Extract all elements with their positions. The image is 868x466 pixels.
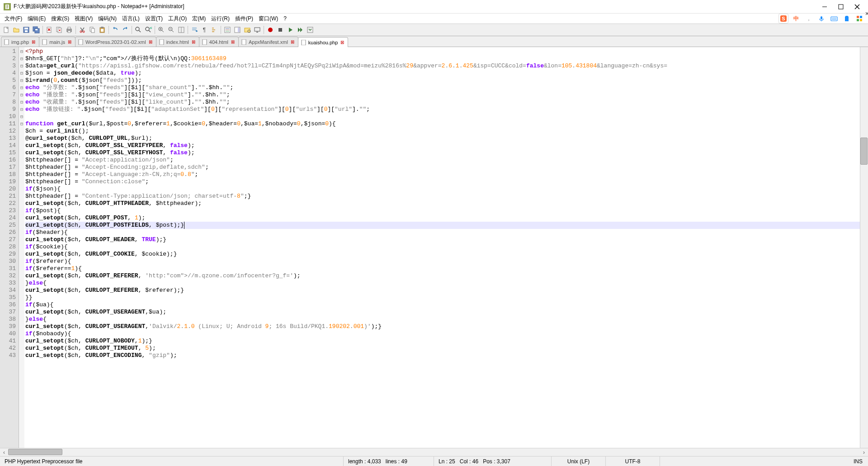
ime-punct-icon[interactable]: ，: [804, 14, 814, 24]
menu-run[interactable]: 运行(R): [208, 14, 232, 24]
tab-close-icon[interactable]: ⊠: [191, 39, 196, 45]
menu-help[interactable]: ?: [281, 14, 289, 23]
sync-vert-icon[interactable]: [177, 25, 186, 34]
menu-macro[interactable]: 宏(M): [189, 14, 208, 24]
play-macro-icon[interactable]: [286, 25, 295, 34]
app-icon: [4, 3, 11, 10]
tab-close-icon[interactable]: ⊠: [31, 39, 36, 45]
svg-rect-75: [79, 39, 83, 45]
tab-close-icon[interactable]: ⊠: [230, 39, 236, 45]
close-button[interactable]: [854, 3, 861, 10]
tab-index-html[interactable]: index.html⊠: [156, 37, 199, 47]
ime-toolbar: S 中 ，: [778, 14, 864, 24]
scrollbar-thumb[interactable]: [860, 138, 868, 165]
word-wrap-icon[interactable]: [190, 25, 199, 34]
menu-view[interactable]: 视图(V): [72, 14, 95, 24]
file-icon: [78, 39, 84, 45]
zoom-in-icon[interactable]: [157, 25, 166, 34]
tab-404-html[interactable]: 404.html⊠: [199, 37, 239, 47]
playback-multi-icon[interactable]: [296, 25, 305, 34]
tab-appxmanifest-xml[interactable]: AppxManifest.xml⊠: [238, 37, 298, 47]
redo-icon[interactable]: [121, 25, 130, 34]
svg-text:¶: ¶: [203, 27, 206, 33]
menu-language[interactable]: 语言(L): [119, 14, 142, 24]
menubar: 文件(F) 编辑(E) 搜索(S) 视图(V) 编码(N) 语言(L) 设置(T…: [0, 14, 868, 24]
doc-map-icon[interactable]: [233, 25, 242, 34]
undo-icon[interactable]: [111, 25, 120, 34]
file-icon: [42, 39, 47, 45]
tab-close-icon[interactable]: ⊠: [148, 39, 153, 45]
sogou-icon[interactable]: S: [778, 14, 788, 24]
new-file-icon[interactable]: [2, 25, 11, 34]
find-icon[interactable]: [134, 25, 143, 34]
scrollbar-thumb[interactable]: [8, 449, 62, 455]
maximize-button[interactable]: [837, 3, 844, 10]
zoom-out-icon[interactable]: [167, 25, 176, 34]
svg-rect-76: [160, 39, 164, 45]
tab-kuaishou-php[interactable]: kuaishou.php⊠: [298, 37, 348, 47]
fold-column[interactable]: ⊟⊟⊟⊟⊟⊟⊟⊟⊟⊟⊟: [19, 47, 24, 448]
window-title: F:\大鹏源码网\2023最新快手\kuaishou.php - Notepad…: [14, 3, 821, 10]
tab-img-php[interactable]: img.php⊠: [1, 37, 39, 47]
ime-keyboard-icon[interactable]: [829, 14, 839, 24]
menu-search[interactable]: 搜索(S): [48, 14, 72, 24]
code-area[interactable]: <?php$hh=$_GET["hh"]?:"\n";"com">//换行符号(…: [24, 47, 860, 448]
print-icon[interactable]: [65, 25, 74, 34]
stop-macro-icon[interactable]: [276, 25, 285, 34]
svg-rect-13: [860, 16, 862, 18]
cut-icon[interactable]: [78, 25, 87, 34]
toolbar: ab ¶: [0, 24, 868, 36]
replace-icon[interactable]: ab: [144, 25, 153, 34]
tab-close-icon[interactable]: ⊠: [340, 40, 345, 45]
save-icon[interactable]: [22, 25, 31, 34]
tab-main-js[interactable]: main.js⊠: [39, 37, 75, 47]
paste-icon[interactable]: [98, 25, 107, 34]
status-eol[interactable]: Unix (LF): [552, 456, 606, 466]
menubar-close-icon[interactable]: ×: [865, 10, 868, 17]
menu-tools[interactable]: 工具(O): [165, 14, 189, 24]
svg-rect-71: [278, 28, 282, 32]
copy-icon[interactable]: [88, 25, 97, 34]
tab-wordpress-xml[interactable]: WordPress.2023-01-02.xml⊠: [75, 37, 156, 47]
record-macro-icon[interactable]: [266, 25, 275, 34]
status-insert-mode[interactable]: INS: [660, 456, 868, 466]
tab-close-icon[interactable]: ⊠: [290, 39, 295, 45]
minimize-button[interactable]: [821, 3, 828, 10]
menu-encoding[interactable]: 编码(N): [95, 14, 119, 24]
ime-grid-icon[interactable]: [854, 14, 864, 24]
scroll-left-arrow[interactable]: ‹: [0, 449, 8, 456]
status-encoding[interactable]: UTF-8: [606, 456, 660, 466]
close-file-icon[interactable]: [45, 25, 54, 34]
status-length: length : 4,033 lines : 49: [344, 456, 434, 466]
tab-label: kuaishou.php: [308, 40, 338, 45]
ime-lang-zh[interactable]: 中: [791, 14, 801, 24]
close-all-icon[interactable]: [55, 25, 64, 34]
indent-guide-icon[interactable]: [210, 25, 219, 34]
save-all-icon[interactable]: [32, 25, 41, 34]
svg-text:S: S: [782, 16, 785, 21]
menu-edit[interactable]: 编辑(E): [25, 14, 48, 24]
menu-plugins[interactable]: 插件(P): [232, 14, 256, 24]
svg-rect-31: [68, 27, 71, 29]
svg-line-48: [162, 30, 164, 32]
ime-mic-icon[interactable]: [816, 14, 826, 24]
vertical-scrollbar[interactable]: [860, 47, 868, 448]
scrollbar-track[interactable]: [8, 449, 860, 456]
status-position: Ln : 25 Col : 46 Pos : 3,307: [434, 456, 552, 466]
menu-window[interactable]: 窗口(W): [256, 14, 281, 24]
function-list-icon[interactable]: [223, 25, 232, 34]
menu-file[interactable]: 文件(F): [2, 14, 25, 24]
ime-skin-icon[interactable]: [842, 14, 852, 24]
folder-workspace-icon[interactable]: [243, 25, 252, 34]
scroll-right-arrow[interactable]: ›: [860, 449, 868, 456]
open-file-icon[interactable]: [12, 25, 21, 34]
svg-rect-22: [35, 29, 38, 30]
tab-close-icon[interactable]: ⊠: [67, 39, 72, 45]
show-all-chars-icon[interactable]: ¶: [200, 25, 209, 34]
horizontal-scrollbar[interactable]: ‹ ›: [0, 448, 868, 456]
save-macro-icon[interactable]: [306, 25, 315, 34]
svg-rect-78: [242, 39, 246, 45]
monitor-icon[interactable]: [253, 25, 262, 34]
menu-settings[interactable]: 设置(T): [142, 14, 165, 24]
file-icon: [241, 39, 247, 45]
